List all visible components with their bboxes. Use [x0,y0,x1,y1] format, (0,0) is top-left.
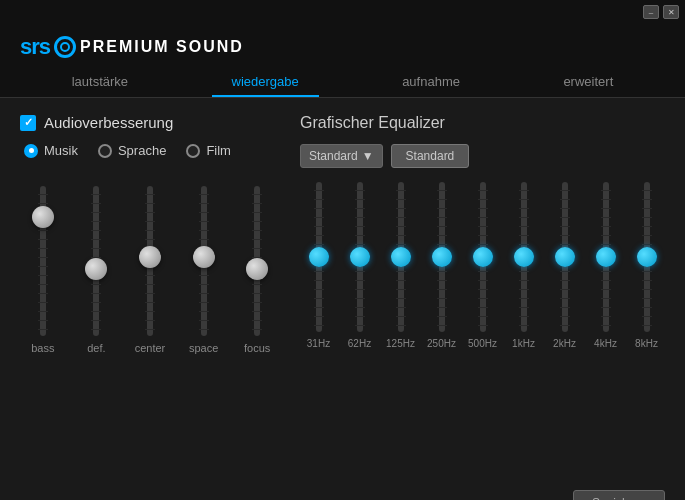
slider-def-track [93,186,99,336]
eq-band-1khz-track [521,182,527,332]
slider-def-track-container[interactable] [93,186,99,336]
eq-band-4khz-track [603,182,609,332]
eq-band-500hz-thumb[interactable] [473,247,493,267]
eq-band-250hz-thumb[interactable] [432,247,452,267]
slider-def: def. [74,186,120,354]
eq-band-1khz-track-container[interactable] [521,182,527,332]
radio-sprache-btn[interactable] [98,144,112,158]
close-button[interactable]: ✕ [663,5,679,19]
eq-dropdown-label: Standard [309,149,358,163]
eq-band-1khz-label: 1kHz [512,338,535,349]
eq-band-125hz-label: 125Hz [386,338,415,349]
slider-bass-thumb[interactable] [32,206,54,228]
eq-band-4khz: 4kHz [587,182,624,362]
logo-srs: srs [20,34,50,60]
radio-sprache[interactable]: Sprache [98,143,166,158]
slider-focus-label: focus [244,342,270,354]
slider-space-track [201,186,207,336]
tab-wiedergabe[interactable]: wiedergabe [212,68,319,97]
eq-band-1khz: 1kHz [505,182,542,362]
eq-band-125hz-track-container[interactable] [398,182,404,332]
slider-focus-track [254,186,260,336]
eq-band-500hz-track-container[interactable] [480,182,486,332]
radio-group: Musik Sprache Film [20,143,280,158]
slider-bass: bass [20,186,66,354]
slider-center-thumb[interactable] [139,246,161,268]
logo-text: PREMIUM SOUND [80,38,244,56]
eq-band-31hz-track-container[interactable] [316,182,322,332]
radio-musik-btn[interactable] [24,144,38,158]
right-panel: Grafischer Equalizer Standard ▼ Standard… [300,114,665,466]
left-panel: Audioverbesserung Musik Sprache Film [20,114,280,466]
eq-band-2khz-track-container[interactable] [562,182,568,332]
eq-band-125hz-thumb[interactable] [391,247,411,267]
eq-band-500hz-label: 500Hz [468,338,497,349]
eq-band-31hz-track [316,182,322,332]
eq-band-62hz: 62Hz [341,182,378,362]
eq-band-250hz: 250Hz [423,182,460,362]
eq-controls: Standard ▼ Standard [300,144,665,168]
radio-film[interactable]: Film [186,143,231,158]
eq-band-8khz-track-container[interactable] [644,182,650,332]
left-sliders: bass def. center [20,174,280,354]
eq-band-2khz-thumb[interactable] [555,247,575,267]
eq-band-8khz-thumb[interactable] [637,247,657,267]
eq-band-2khz-track [562,182,568,332]
chevron-down-icon: ▼ [362,149,374,163]
eq-reset-button[interactable]: Standard [391,144,470,168]
eq-dropdown[interactable]: Standard ▼ [300,144,383,168]
tab-aufnahme[interactable]: aufnahme [382,68,480,97]
eq-band-125hz: 125Hz [382,182,419,362]
slider-space-label: space [189,342,218,354]
slider-center: center [127,186,173,354]
radio-film-label: Film [206,143,231,158]
slider-center-label: center [135,342,166,354]
eq-band-250hz-track [439,182,445,332]
radio-film-btn[interactable] [186,144,200,158]
main-content: Audioverbesserung Musik Sprache Film [0,98,685,482]
slider-space-thumb[interactable] [193,246,215,268]
footer: Speichern [0,482,685,500]
logo-circle-icon [54,36,76,58]
eq-band-250hz-label: 250Hz [427,338,456,349]
eq-band-31hz-label: 31Hz [307,338,330,349]
eq-band-8khz-track [644,182,650,332]
header: srs PREMIUM SOUND [0,24,685,60]
eq-band-62hz-track-container[interactable] [357,182,363,332]
audio-enhancement-checkbox[interactable] [20,115,36,131]
slider-def-thumb[interactable] [85,258,107,280]
slider-bass-track-container[interactable] [40,186,46,336]
eq-band-31hz-thumb[interactable] [309,247,329,267]
slider-bass-track [40,186,46,336]
slider-bass-label: bass [31,342,54,354]
eq-band-2khz-label: 2kHz [553,338,576,349]
tab-erweitert[interactable]: erweitert [543,68,633,97]
slider-center-track-container[interactable] [147,186,153,336]
radio-sprache-label: Sprache [118,143,166,158]
audio-enhancement-label: Audioverbesserung [44,114,173,131]
slider-space-track-container[interactable] [201,186,207,336]
slider-focus: focus [234,186,280,354]
eq-band-500hz-track [480,182,486,332]
eq-band-62hz-track [357,182,363,332]
eq-band-2khz: 2kHz [546,182,583,362]
radio-musik[interactable]: Musik [24,143,78,158]
eq-title: Grafischer Equalizer [300,114,665,132]
slider-focus-track-container[interactable] [254,186,260,336]
eq-band-250hz-track-container[interactable] [439,182,445,332]
eq-band-4khz-track-container[interactable] [603,182,609,332]
eq-band-4khz-thumb[interactable] [596,247,616,267]
slider-focus-thumb[interactable] [246,258,268,280]
eq-band-4khz-label: 4kHz [594,338,617,349]
slider-def-label: def. [87,342,105,354]
minimize-button[interactable]: – [643,5,659,19]
eq-band-1khz-thumb[interactable] [514,247,534,267]
save-button[interactable]: Speichern [573,490,665,500]
eq-band-8khz: 8kHz [628,182,665,362]
eq-band-62hz-thumb[interactable] [350,247,370,267]
logo: srs PREMIUM SOUND [20,34,244,60]
tab-lautstaerke[interactable]: lautstärke [52,68,148,97]
audio-enhancement: Audioverbesserung [20,114,280,131]
eq-band-125hz-track [398,182,404,332]
eq-sliders: 31Hz 62Hz 125Hz [300,182,665,362]
